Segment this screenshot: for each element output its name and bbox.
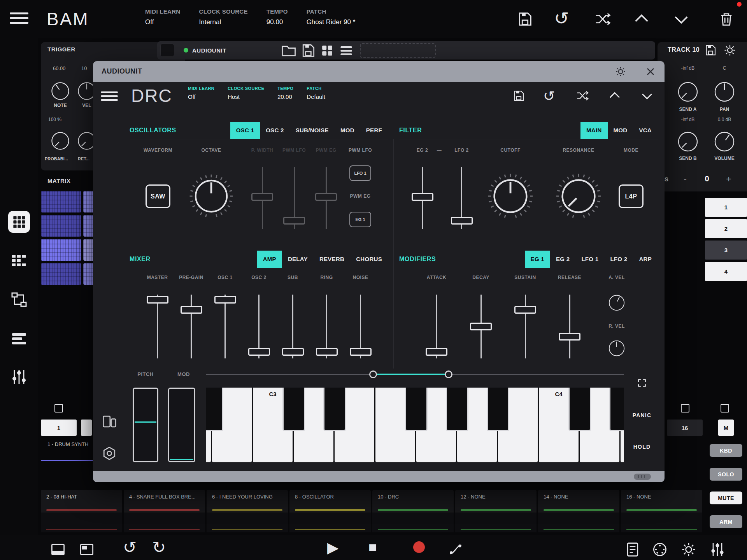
slider-track[interactable] — [224, 295, 226, 358]
tab-eg-2[interactable]: EG 2 — [550, 251, 575, 268]
probability-knob[interactable] — [50, 130, 71, 153]
black-key[interactable] — [446, 388, 468, 431]
black-key[interactable] — [487, 388, 509, 431]
slider-handle[interactable] — [147, 296, 168, 304]
save-icon[interactable] — [516, 10, 534, 28]
resize-grab-handle[interactable] — [634, 474, 651, 480]
slider-handle[interactable] — [282, 348, 304, 356]
slider-handle[interactable] — [559, 333, 580, 341]
field-value[interactable]: Off — [145, 18, 181, 26]
synth-undo-icon[interactable]: ↺ — [543, 89, 555, 103]
tab-main[interactable]: MAIN — [580, 122, 608, 139]
track-lane[interactable] — [538, 513, 619, 532]
modal-titlebar[interactable]: AUDIOUNIT — [93, 61, 665, 82]
tab-perf[interactable]: PERF — [360, 122, 388, 139]
collapse-button[interactable] — [160, 44, 174, 57]
slider-handle[interactable] — [451, 217, 473, 225]
controller-icon[interactable] — [651, 541, 668, 558]
field-value[interactable]: Host — [228, 93, 264, 100]
field-value[interactable]: 90.00 — [267, 18, 288, 26]
synth-prev-icon[interactable] — [608, 89, 622, 103]
slider-track[interactable] — [191, 295, 192, 358]
stop-icon[interactable]: ■ — [368, 540, 377, 554]
attack-vel-knob[interactable] — [607, 293, 626, 314]
trash-icon[interactable] — [717, 10, 735, 28]
field-value[interactable]: Default — [307, 93, 325, 100]
release-vel-knob[interactable] — [607, 339, 626, 359]
tab-osc-1[interactable]: OSC 1 — [230, 122, 260, 139]
slider-handle[interactable] — [251, 193, 273, 201]
layout-split-icon[interactable] — [49, 541, 67, 558]
field-value[interactable]: Ghost Rider 90 * — [307, 18, 356, 26]
pattern-minus-button[interactable]: - — [679, 174, 691, 184]
slider-decay[interactable]: DECAY — [459, 274, 503, 358]
cutoff-knob[interactable] — [487, 172, 534, 221]
track-16-checkbox-b[interactable] — [721, 404, 729, 413]
matrix-view-icon[interactable] — [8, 211, 30, 233]
track-lane[interactable] — [41, 513, 122, 532]
layout-full-icon[interactable] — [78, 541, 95, 558]
menu-icon[interactable] — [10, 12, 28, 26]
track-lane[interactable] — [372, 513, 454, 532]
next-patch-icon[interactable] — [672, 10, 690, 28]
record-icon[interactable] — [413, 541, 425, 553]
send-a-knob[interactable] — [676, 80, 700, 105]
slider-handle[interactable] — [283, 217, 305, 225]
previous-patch-icon[interactable] — [633, 10, 651, 28]
key-range-handle-right[interactable] — [445, 370, 452, 378]
slider-osc-1[interactable]: OSC 1 — [208, 274, 242, 358]
black-key[interactable] — [405, 388, 428, 431]
mixer-icon[interactable] — [709, 541, 726, 558]
play-icon[interactable]: ▶ — [327, 540, 338, 555]
track-cell-2[interactable]: 2 - 08 HI-HAT — [41, 490, 122, 532]
tab-arp[interactable]: ARP — [633, 251, 658, 268]
tracks-view-icon[interactable] — [10, 329, 28, 348]
synth-menu-icon[interactable] — [101, 91, 118, 103]
pitch-wheel[interactable] — [133, 388, 158, 462]
track-lane[interactable] — [124, 513, 205, 532]
tab-mod[interactable]: MOD — [335, 122, 360, 139]
track-16-mute-cell[interactable]: M — [718, 420, 734, 436]
device-layout-icon[interactable] — [101, 413, 118, 430]
tab-lfo-1[interactable]: LFO 1 — [575, 251, 604, 268]
black-key[interactable] — [568, 388, 591, 431]
slider-track[interactable] — [258, 295, 260, 358]
slider-noise[interactable]: NOISE — [344, 274, 377, 358]
pattern-slot-2[interactable]: 2 — [705, 219, 747, 238]
undo-action-icon[interactable]: ↺ — [123, 539, 137, 556]
slider-track[interactable] — [294, 167, 295, 229]
field-value[interactable]: Internal — [199, 18, 248, 26]
slider-track[interactable] — [360, 295, 361, 358]
slider-handle[interactable] — [248, 348, 270, 356]
track-lane[interactable] — [207, 513, 288, 532]
slider-track[interactable] — [422, 167, 423, 229]
slider-track[interactable] — [525, 295, 526, 358]
slider-osc-2[interactable]: OSC 2 — [242, 274, 276, 358]
lfo1-routing-button[interactable]: LFO 1 — [349, 165, 371, 181]
track-lane[interactable] — [455, 513, 537, 532]
slider-track[interactable] — [436, 295, 437, 358]
track-cell-10[interactable]: 10 - DRC — [372, 490, 454, 532]
slider-ring[interactable]: RING — [310, 274, 344, 358]
matrix-pattern-cell[interactable] — [41, 239, 81, 261]
track-16-number-cell[interactable]: 16 — [667, 420, 703, 436]
black-key[interactable] — [609, 388, 624, 431]
slider-handle[interactable] — [470, 323, 492, 330]
slider-p-width[interactable]: P. WIDTH — [246, 147, 278, 229]
empty-module-slot[interactable] — [360, 43, 436, 58]
panic-button[interactable]: PANIC — [626, 412, 658, 418]
slider-pwm-lfo[interactable]: PWM LFO — [278, 147, 310, 229]
routing-view-icon[interactable] — [10, 290, 28, 309]
key-range-handle-left[interactable] — [369, 370, 377, 378]
slider-track[interactable] — [157, 295, 158, 358]
save-preset-icon[interactable] — [300, 42, 317, 59]
hold-button[interactable]: HOLD — [626, 444, 658, 450]
folder-icon[interactable] — [280, 42, 297, 59]
track-cell-8[interactable]: 8 - OSCILLATOR — [289, 490, 371, 532]
mixer-view-icon[interactable] — [10, 368, 28, 386]
field-value[interactable]: 20.00 — [277, 93, 293, 100]
track-cell-6[interactable]: 6 - I NEED YOUR LOVING — [207, 490, 288, 532]
slider-handle[interactable] — [412, 193, 433, 201]
synth-next-icon[interactable] — [640, 89, 654, 103]
arm-button[interactable]: ARM — [710, 515, 742, 528]
